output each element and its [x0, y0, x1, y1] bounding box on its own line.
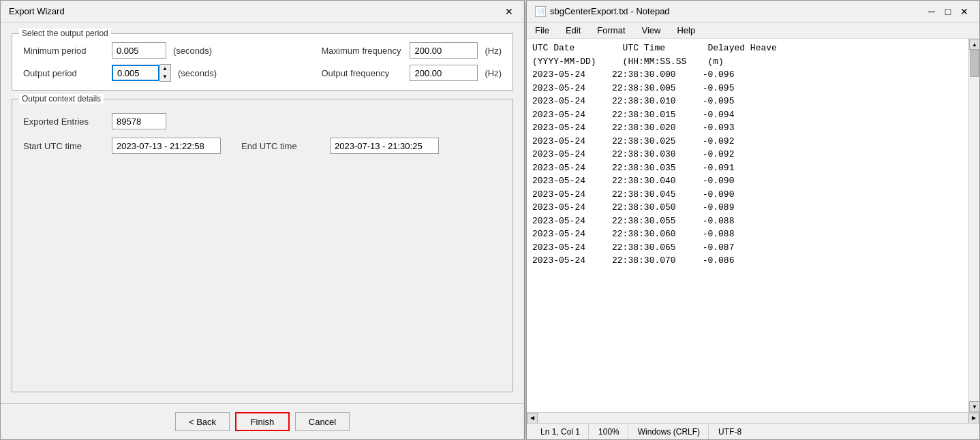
period-legend: Select the output period: [19, 29, 111, 38]
entries-label: Exported Entries: [23, 116, 105, 127]
utc-times-row: Start UTC time End UTC time: [23, 138, 502, 154]
spinner-up-button[interactable]: ▲: [159, 65, 170, 73]
period-row-1: Minimum period (seconds) Maximum frequen…: [23, 42, 502, 59]
back-button[interactable]: < Back: [175, 412, 230, 431]
wizard-controls: ✕: [502, 5, 516, 18]
menu-help[interactable]: Help: [674, 24, 698, 37]
notepad-menubar: File Edit Format View Help: [527, 22, 979, 39]
min-period-label: Minimum period: [23, 46, 105, 56]
min-period-unit: (seconds): [173, 46, 212, 56]
wizard-content: Select the output period Minimum period …: [1, 22, 524, 403]
notepad-controls: ─ □ ✕: [925, 5, 971, 18]
output-freq-unit: (Hz): [485, 68, 502, 78]
menu-edit[interactable]: Edit: [563, 24, 583, 37]
notepad-title: sbgCenterExport.txt - Notepad: [550, 6, 670, 16]
output-freq-input[interactable]: [410, 65, 478, 81]
end-utc-input[interactable]: [330, 138, 439, 154]
notepad-titlebar: 📄 sbgCenterExport.txt - Notepad ─ □ ✕: [527, 1, 979, 22]
wizard-titlebar: Export Wizard ✕: [1, 1, 524, 22]
scroll-down-button[interactable]: ▼: [969, 401, 979, 412]
min-period-input[interactable]: [112, 42, 166, 59]
notepad-maximize-button[interactable]: □: [941, 5, 955, 18]
vertical-scrollbar[interactable]: ▲ ▼: [968, 39, 979, 412]
spinner-down-button[interactable]: ▼: [159, 73, 170, 81]
scroll-up-button[interactable]: ▲: [969, 39, 979, 50]
period-row-2: Output period ▲ ▼ (seconds) Output frequ…: [23, 64, 502, 82]
notepad-statusbar: Ln 1, Col 1 100% Windows (CRLF) UTF-8: [527, 423, 979, 439]
horizontal-scrollbar[interactable]: ◀ ▶: [527, 412, 979, 423]
menu-file[interactable]: File: [532, 24, 552, 37]
notepad-minimize-button[interactable]: ─: [925, 5, 938, 18]
wizard-close-button[interactable]: ✕: [502, 5, 516, 18]
wizard-footer: < Back Finish Cancel: [1, 403, 524, 439]
notepad-close-button[interactable]: ✕: [958, 5, 971, 18]
end-utc-label: End UTC time: [241, 141, 323, 151]
output-period-label: Output period: [23, 68, 105, 78]
max-freq-unit: (Hz): [485, 46, 502, 56]
notepad-titlebar-left: 📄 sbgCenterExport.txt - Notepad: [535, 6, 670, 17]
max-freq-label: Maximum frequency: [321, 46, 403, 56]
notepad-text[interactable]: UTC Date UTC Time Delayed Heave (YYYY-MM…: [527, 39, 968, 412]
menu-view[interactable]: View: [639, 24, 664, 37]
notepad-window: 📄 sbgCenterExport.txt - Notepad ─ □ ✕ Fi…: [526, 0, 980, 440]
notepad-content-area: UTC Date UTC Time Delayed Heave (YYYY-MM…: [527, 39, 979, 412]
cancel-button[interactable]: Cancel: [295, 412, 350, 431]
scroll-left-button[interactable]: ◀: [527, 413, 538, 424]
output-freq-label: Output frequency: [321, 68, 403, 78]
status-encoding: UTF-8: [710, 424, 750, 439]
start-utc-input[interactable]: [112, 138, 221, 154]
context-legend: Output context details: [19, 94, 104, 104]
status-zoom: 100%: [590, 424, 628, 439]
scroll-right-button[interactable]: ▶: [968, 413, 979, 424]
output-period-spinner: ▲ ▼: [112, 64, 171, 82]
spinner-buttons: ▲ ▼: [159, 64, 171, 82]
start-utc-label: Start UTC time: [23, 141, 105, 151]
max-freq-group: Maximum frequency (Hz): [321, 42, 502, 59]
period-section: Select the output period Minimum period …: [12, 33, 513, 91]
output-freq-group: Output frequency (Hz): [321, 65, 502, 81]
scroll-thumb[interactable]: [970, 50, 979, 77]
entries-row: Exported Entries: [23, 113, 502, 129]
output-period-input[interactable]: [112, 65, 159, 81]
notepad-app-icon: 📄: [535, 6, 546, 17]
entries-input[interactable]: [112, 113, 166, 129]
export-wizard-window: Export Wizard ✕ Select the output period…: [0, 0, 525, 440]
output-period-unit: (seconds): [178, 68, 217, 78]
scroll-track: [969, 50, 979, 401]
max-freq-input[interactable]: [410, 42, 478, 59]
context-section: Output context details Exported Entries …: [12, 99, 513, 392]
menu-format[interactable]: Format: [594, 24, 628, 37]
finish-button[interactable]: Finish: [235, 412, 290, 431]
status-line-ending: Windows (CRLF): [630, 424, 709, 439]
wizard-title: Export Wizard: [9, 6, 65, 16]
status-position: Ln 1, Col 1: [532, 424, 589, 439]
